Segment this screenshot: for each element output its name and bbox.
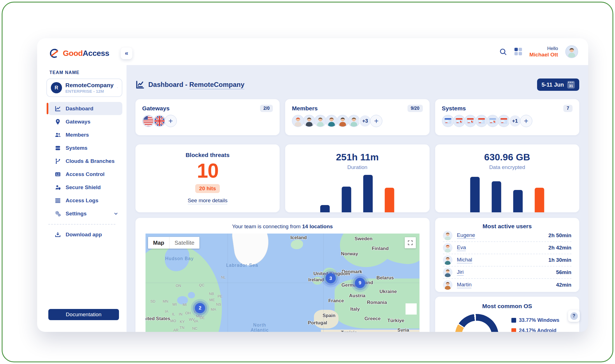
map[interactable]: Map Satellite IcelandSwedenNorwayFinland… — [146, 234, 419, 332]
see-more-details-link[interactable]: See more details — [135, 198, 280, 204]
add-member-button[interactable]: + — [370, 115, 382, 127]
map-region-label: KY — [180, 319, 185, 323]
sidebar-item-access-logs[interactable]: Access Logs — [48, 194, 122, 207]
landmass-greenland — [230, 234, 271, 267]
user-link[interactable]: Eugene — [457, 232, 475, 239]
team-selector[interactable]: R RemoteCompany ENTERPRISE - 12M — [46, 78, 122, 97]
map-cluster-marker[interactable]: 2 — [195, 303, 205, 313]
user-link[interactable]: Michal — [457, 257, 472, 263]
member-avatar[interactable] — [314, 115, 326, 127]
chevron-down-icon — [113, 211, 118, 216]
main-content: Dashboard - RemoteCompany 5-11 Jun 31 Ga… — [127, 65, 588, 332]
sidebar-item-dashboard[interactable]: Dashboard — [48, 102, 122, 115]
map-button[interactable]: Map — [148, 237, 169, 249]
os-legend-item: 24.17% Android — [511, 328, 559, 332]
bar-segment — [470, 177, 480, 212]
add-gateway-button[interactable]: + — [165, 115, 177, 127]
user-link[interactable]: Eva — [457, 244, 466, 251]
menu-divider — [48, 224, 115, 225]
map-title: Your team is connecting from 14 location… — [146, 223, 419, 230]
map-region-label: NL — [221, 275, 226, 279]
avatar — [443, 268, 452, 277]
gateways-card: Gateways 2/0 + — [135, 99, 280, 135]
system-icon[interactable] — [464, 115, 476, 127]
map-region-label: PE — [218, 294, 222, 298]
member-avatar[interactable] — [325, 115, 338, 127]
card-title: Members — [292, 105, 318, 112]
map-region-label: IN — [179, 312, 182, 316]
active-user-row: Martin42min — [443, 279, 571, 291]
os-donut-chart — [455, 314, 499, 332]
gb-flag-icon[interactable] — [153, 115, 166, 127]
sidebar-item-label: Systems — [66, 145, 87, 151]
user-link[interactable]: Jiri — [457, 269, 464, 276]
member-avatar[interactable] — [303, 115, 315, 127]
legend-color-swatch — [511, 318, 516, 323]
sidebar-item-label: Access Control — [66, 171, 104, 177]
sidebar-item-download-app[interactable]: Download app — [48, 228, 122, 241]
members-more-chip[interactable]: +3 — [359, 115, 371, 127]
systems-more-chip[interactable]: +1 — [509, 115, 521, 127]
map-country-label: Iceland — [290, 235, 307, 241]
map-country-label: Syria — [397, 327, 409, 332]
member-avatar[interactable] — [337, 115, 349, 127]
help-button[interactable]: ? — [568, 310, 580, 322]
map-country-label: France — [328, 298, 344, 304]
sidebar-item-label: Access Logs — [66, 198, 98, 204]
members-count-badge: 9/20 — [407, 105, 423, 112]
avatar — [443, 280, 452, 290]
team-link[interactable]: RemoteCompany — [189, 81, 244, 89]
sidebar-item-systems[interactable]: Systems — [48, 141, 122, 154]
data-encrypted-card: 630.96 GB Data encrypted — [435, 144, 579, 212]
us-flag-icon[interactable] — [142, 115, 154, 127]
map-region-label: OH — [185, 311, 191, 315]
legend-label: 24.17% Android — [519, 328, 556, 332]
sidebar-item-settings[interactable]: Settings — [48, 207, 122, 220]
download-icon — [54, 231, 61, 238]
gears-icon — [54, 210, 61, 217]
sidebar-item-access-control[interactable]: Access Control — [48, 168, 122, 181]
fullscreen-button[interactable] — [405, 237, 416, 248]
map-cluster-marker[interactable]: 9 — [355, 278, 365, 288]
date-range-button[interactable]: 5-11 Jun 31 — [537, 78, 579, 91]
user-time: 1h 30min — [549, 257, 571, 263]
bar-segment — [385, 188, 394, 212]
sidebar-item-clouds-branches[interactable]: Clouds & Branches — [48, 154, 122, 168]
duration-value: 251h 11m — [285, 152, 429, 163]
legend-color-swatch — [511, 328, 516, 332]
map-cluster-marker[interactable]: 3 — [325, 273, 336, 284]
systems-count-badge: 7 — [563, 105, 573, 112]
map-region-label: MA — [211, 307, 216, 311]
map-country-label: Spain — [323, 313, 335, 318]
map-region-label: MO — [170, 318, 176, 323]
sidebar-item-secure-shield[interactable]: Secure Shield — [48, 181, 122, 194]
system-icon[interactable] — [442, 115, 454, 127]
documentation-button[interactable]: Documentation — [48, 309, 119, 320]
map-country-label: Ireland — [308, 277, 324, 283]
avatar[interactable] — [565, 45, 578, 58]
people-icon — [54, 132, 61, 138]
system-icon[interactable] — [487, 115, 499, 127]
add-system-button[interactable]: + — [520, 115, 532, 127]
map-region-label: MI — [183, 302, 187, 306]
map-country-label: Norway — [341, 251, 358, 257]
system-icon[interactable] — [453, 115, 465, 127]
user-link[interactable]: Martin — [457, 282, 472, 288]
gateways-count-badge: 2/0 — [260, 105, 273, 112]
map-country-label: Sweden — [354, 236, 372, 242]
map-country-label: Austria — [349, 293, 366, 299]
sidebar-collapse-button[interactable]: « — [121, 47, 132, 59]
apps-grid-icon[interactable] — [514, 48, 522, 56]
map-country-label: United States — [146, 316, 170, 322]
sidebar-item-members[interactable]: Members — [48, 128, 122, 141]
dashboard-chart-icon — [135, 80, 144, 89]
legend-label: 33.77% Windows — [519, 317, 559, 323]
member-avatar[interactable] — [292, 115, 304, 127]
satellite-button[interactable]: Satellite — [169, 237, 199, 249]
search-icon[interactable] — [499, 47, 507, 56]
system-icon[interactable] — [498, 115, 510, 127]
map-country-label: Romania — [367, 300, 387, 305]
sidebar-item-gateways[interactable]: Gateways — [48, 115, 122, 128]
system-icon[interactable] — [475, 115, 488, 127]
member-avatar[interactable] — [348, 115, 360, 127]
